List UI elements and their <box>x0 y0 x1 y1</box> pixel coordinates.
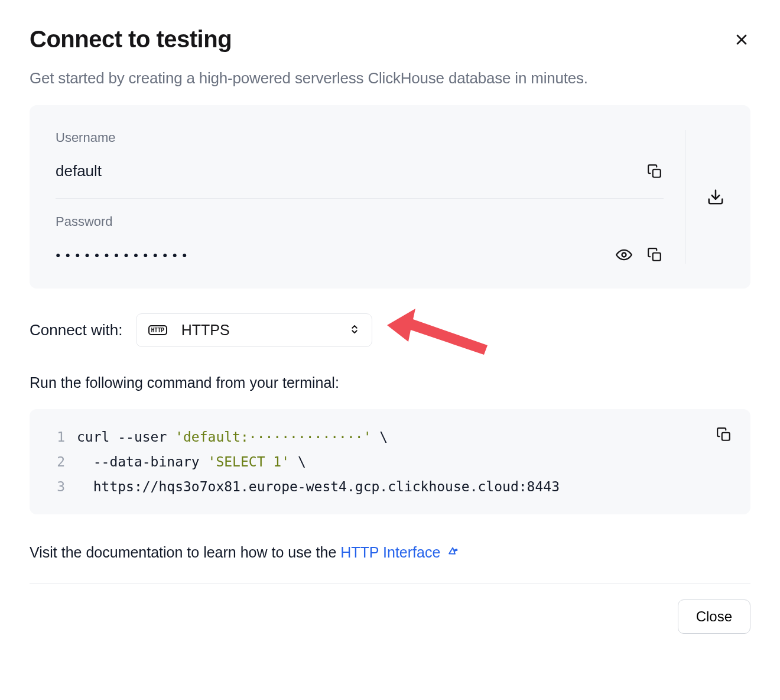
connect-with-value: HTTPS <box>181 322 335 339</box>
password-value: ●●●●●●●●●●●●●● <box>56 250 602 260</box>
page-title: Connect to testing <box>30 26 232 53</box>
reveal-password-button[interactable] <box>615 246 633 264</box>
chevron-up-down-icon <box>349 324 360 337</box>
copy-username-button[interactable] <box>646 163 664 180</box>
username-value: default <box>56 162 633 180</box>
divider <box>30 584 750 584</box>
close-button[interactable]: Close <box>678 599 750 634</box>
connect-with-label: Connect with: <box>30 321 123 339</box>
svg-point-3 <box>622 253 626 257</box>
copy-password-button[interactable] <box>646 246 664 264</box>
http-interface-link[interactable]: HTTP Interface <box>340 544 460 560</box>
connect-with-select[interactable]: HTTP HTTPS <box>136 313 372 347</box>
docs-text: Visit the documentation to learn how to … <box>30 544 750 561</box>
page-subtitle: Get started by creating a high-powered s… <box>30 69 750 88</box>
copy-code-button[interactable] <box>715 426 733 443</box>
svg-rect-7 <box>722 433 730 440</box>
http-icon: HTTP <box>148 325 167 335</box>
annotation-arrow-icon <box>387 296 493 361</box>
code-line: 1 curl --user 'default:··············' \ <box>47 424 733 449</box>
external-link-icon <box>447 546 460 559</box>
divider <box>685 130 685 264</box>
username-label: Username <box>56 130 664 145</box>
download-credentials-button[interactable] <box>707 188 724 206</box>
svg-marker-6 <box>387 309 488 355</box>
code-line: 3 https://hqs3o7ox81.europe-west4.gcp.cl… <box>47 474 733 499</box>
password-label: Password <box>56 214 664 229</box>
credentials-panel: Username default Password ●●●●●●●●●●●●●● <box>30 105 750 289</box>
svg-rect-2 <box>653 169 661 177</box>
close-icon[interactable] <box>733 31 750 48</box>
divider <box>56 198 664 199</box>
svg-rect-4 <box>653 253 661 261</box>
code-line: 2 --data-binary 'SELECT 1' \ <box>47 449 733 474</box>
instruction-text: Run the following command from your term… <box>30 374 750 391</box>
code-block: 1 curl --user 'default:··············' \… <box>30 409 750 514</box>
